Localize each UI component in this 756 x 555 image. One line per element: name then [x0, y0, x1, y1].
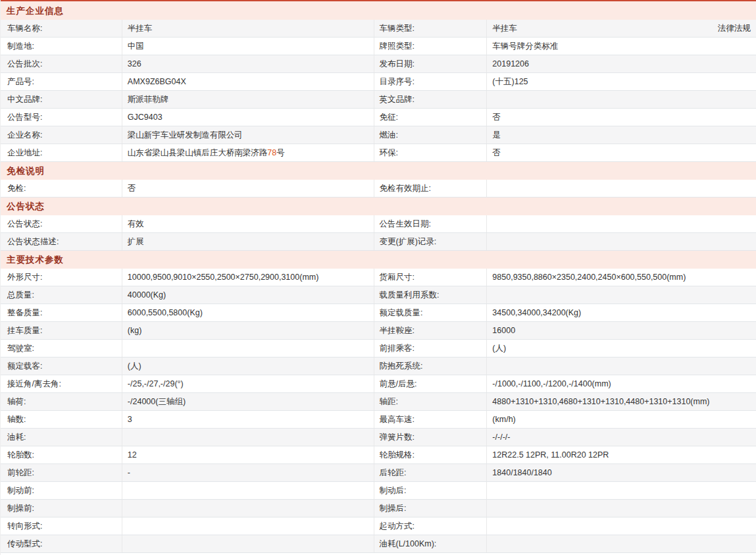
field-label: 油耗:	[1, 429, 122, 446]
parameters-rows: 外形尺寸:10000,9500,9010×2550,2500×2750,2900…	[1, 269, 756, 553]
field-label: 制动后:	[374, 482, 488, 499]
field-label: 额定载质量:	[374, 304, 488, 321]
field-label: 环保:	[374, 144, 488, 161]
field-label: 弹簧片数:	[374, 429, 488, 446]
section-technical-parameters: 主要技术参数 外形尺寸:10000,9500,9010×2550,2500×27…	[1, 251, 756, 553]
field-value: -/25,-/27,-/29(°)	[122, 375, 374, 392]
field-label: 总质量:	[1, 286, 122, 304]
section-manufacturer-info: 生产企业信息 车辆名称:半挂车车辆类型:半挂车法律法规制造地:中国牌照类型:车辆…	[1, 1, 756, 162]
field-label: 前排乘客:	[374, 340, 488, 357]
field-label: 牌照类型:	[374, 38, 488, 55]
field-value: 3	[122, 411, 374, 428]
field-value: 20191206	[487, 55, 756, 72]
field-value	[487, 535, 756, 552]
field-label: 后轮距:	[374, 464, 488, 481]
field-label: 轮胎规格:	[374, 446, 488, 463]
field-value	[487, 286, 756, 304]
table-row: 前轮距:-后轮距:1840/1840/1840	[1, 464, 756, 482]
field-value: 16000	[487, 322, 756, 339]
table-row: 免检:否免检有效期止:	[1, 180, 756, 198]
field-value: -/24000(三轴组)	[122, 393, 374, 410]
field-value: (kg)	[122, 322, 374, 339]
section-title: 生产企业信息	[7, 6, 64, 16]
field-value: -/1000,-/1100,-/1200,-/1400(mm)	[487, 375, 756, 392]
field-label: 制动前:	[1, 482, 122, 499]
field-value: 1840/1840/1840	[487, 464, 756, 481]
field-value: 9850,9350,8860×2350,2400,2450×600,550,50…	[487, 269, 756, 286]
table-row: 油耗:弹簧片数:-/-/-/-	[1, 429, 756, 446]
field-value: (人)	[487, 340, 756, 357]
field-label: 前轮距:	[1, 464, 122, 481]
table-row: 额定载客:(人)防抱死系统:	[1, 357, 756, 375]
table-row: 轴数:3最高车速:(km/h)	[1, 411, 756, 429]
table-row: 公告状态描述:扩展变更(扩展)记录:	[1, 233, 756, 251]
field-value	[487, 215, 756, 232]
section-header-manufacturer: 生产企业信息	[1, 1, 756, 20]
field-label: 防抱死系统:	[374, 357, 488, 375]
field-label: 挂车质量:	[1, 322, 122, 339]
field-value: 山东省梁山县梁山镇后庄大桥南梁济路78号	[122, 144, 374, 161]
table-row: 挂车质量:(kg)半挂鞍座:16000	[1, 322, 756, 340]
table-row: 总质量:40000(Kg)载质量利用系数:	[1, 286, 756, 304]
field-label: 免检:	[1, 180, 122, 197]
field-value: 4880+1310+1310,4680+1310+1310,4480+1310+…	[487, 393, 756, 410]
field-label: 起动方式:	[374, 517, 488, 535]
field-value	[487, 180, 756, 197]
highlighted-text: 78	[267, 148, 276, 157]
section-announcement-status: 公告状态 公告状态:有效公告生效日期:公告状态描述:扩展变更(扩展)记录:	[1, 198, 756, 251]
field-value: 车辆号牌分类标准	[487, 38, 756, 55]
field-value	[487, 357, 756, 375]
laws-regulations-link[interactable]: 法律法规	[718, 20, 751, 37]
field-label: 公告批次:	[1, 55, 122, 72]
table-row: 接近角/离去角:-/25,-/27,-/29(°)前悬/后悬:-/1000,-/…	[1, 375, 756, 393]
field-label: 传动型式:	[1, 535, 122, 552]
field-label: 企业名称:	[1, 126, 122, 144]
section-title: 主要技术参数	[7, 255, 64, 265]
table-row: 企业名称:梁山新宇车业研发制造有限公司燃油:是	[1, 126, 756, 144]
section-inspection-exemption: 免检说明 免检:否免检有效期止:	[1, 162, 756, 198]
section-header-parameters: 主要技术参数	[1, 251, 756, 269]
table-row: 公告型号:GJC9403免征:否	[1, 109, 756, 126]
field-label: 发布日期:	[374, 55, 488, 72]
table-row: 车辆名称:半挂车车辆类型:半挂车法律法规	[1, 20, 756, 38]
field-value: (人)	[122, 357, 374, 375]
field-value: 扩展	[122, 233, 374, 250]
field-label: 制操前:	[1, 500, 122, 517]
status-rows: 公告状态:有效公告生效日期:公告状态描述:扩展变更(扩展)记录:	[1, 215, 756, 251]
table-row: 轮胎数:12轮胎规格:12R22.5 12PR, 11.00R20 12PR	[1, 446, 756, 464]
field-label: 轴荷:	[1, 393, 122, 410]
field-label: 前悬/后悬:	[374, 375, 488, 392]
field-label: 制造地:	[1, 38, 122, 55]
field-label: 载质量利用系数:	[374, 286, 488, 304]
field-value: (十五)125	[487, 73, 756, 90]
field-value: 否	[487, 109, 756, 126]
field-value	[487, 500, 756, 517]
table-row: 中文品牌:斯派菲勒牌英文品牌:	[1, 91, 756, 109]
table-row: 制操前:制操后:	[1, 500, 756, 517]
field-label: 车辆类型:	[374, 20, 488, 37]
table-row: 轴荷:-/24000(三轴组)轴距:4880+1310+1310,4680+13…	[1, 393, 756, 411]
field-label: 货厢尺寸:	[374, 269, 488, 286]
field-label: 英文品牌:	[374, 91, 488, 108]
field-label: 公告状态描述:	[1, 233, 122, 250]
field-value	[122, 482, 374, 499]
table-row: 公告批次:326发布日期:20191206	[1, 55, 756, 73]
section-title: 公告状态	[7, 201, 45, 211]
field-value: 否	[487, 144, 756, 161]
field-label: 转向形式:	[1, 517, 122, 535]
field-value: 326	[122, 55, 374, 72]
section-title: 免检说明	[7, 166, 45, 176]
field-label: 公告型号:	[1, 109, 122, 126]
field-label: 半挂鞍座:	[374, 322, 488, 339]
table-row: 公告状态:有效公告生效日期:	[1, 215, 756, 233]
field-value: -/-/-/-	[487, 429, 756, 446]
table-row: 传动型式:油耗(L/100Km):	[1, 535, 756, 553]
field-label: 燃油:	[374, 126, 488, 144]
field-value	[122, 429, 374, 446]
field-value	[122, 535, 374, 552]
field-label: 额定载客:	[1, 357, 122, 375]
field-label: 外形尺寸:	[1, 269, 122, 286]
field-label: 最高车速:	[374, 411, 488, 428]
field-label: 驾驶室:	[1, 340, 122, 357]
field-value: 40000(Kg)	[122, 286, 374, 304]
